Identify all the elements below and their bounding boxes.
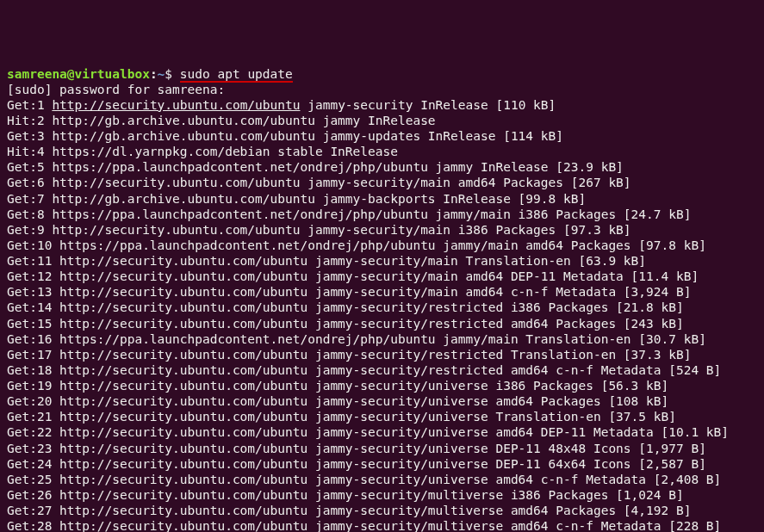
terminal-window[interactable]: samreena@virtualbox:~$ sudo apt update [… bbox=[7, 66, 757, 533]
output-line: Get:1 http://security.ubuntu.com/ubuntu … bbox=[7, 97, 757, 113]
output-line: Get:5 https://ppa.launchpadcontent.net/o… bbox=[7, 159, 757, 175]
output-line: Get:20 http://security.ubuntu.com/ubuntu… bbox=[7, 393, 757, 409]
output-line: Get:7 http://gb.archive.ubuntu.com/ubunt… bbox=[7, 191, 757, 207]
prompt-user-host: samreena@virtualbox bbox=[7, 67, 150, 81]
output-line: Get:15 http://security.ubuntu.com/ubuntu… bbox=[7, 316, 757, 331]
output-line: Get:27 http://security.ubuntu.com/ubuntu… bbox=[7, 503, 757, 518]
output-line: Get:10 https://ppa.launchpadcontent.net/… bbox=[7, 238, 757, 253]
output-line: Get:22 http://security.ubuntu.com/ubuntu… bbox=[7, 424, 757, 440]
output-line: Get:8 https://ppa.launchpadcontent.net/o… bbox=[7, 207, 757, 222]
output-line: Get:3 http://gb.archive.ubuntu.com/ubunt… bbox=[7, 128, 757, 144]
output-line: Get:11 http://security.ubuntu.com/ubuntu… bbox=[7, 253, 757, 269]
output-line: Get:14 http://security.ubuntu.com/ubuntu… bbox=[7, 300, 757, 315]
command-text: sudo apt update bbox=[180, 67, 293, 83]
prompt-line: samreena@virtualbox:~$ sudo apt update bbox=[7, 67, 293, 83]
prompt-colon: : bbox=[150, 67, 158, 81]
output-line: Get:23 http://security.ubuntu.com/ubuntu… bbox=[7, 441, 757, 456]
output-line: [sudo] password for samreena: bbox=[7, 82, 757, 97]
output-line: Get:21 http://security.ubuntu.com/ubuntu… bbox=[7, 409, 757, 424]
output-line: Get:26 http://security.ubuntu.com/ubuntu… bbox=[7, 487, 757, 503]
output-line: Get:12 http://security.ubuntu.com/ubuntu… bbox=[7, 269, 757, 284]
terminal-output: [sudo] password for samreena:Get:1 http:… bbox=[7, 82, 757, 532]
output-line: Get:13 http://security.ubuntu.com/ubuntu… bbox=[7, 284, 757, 300]
prompt-symbol: $ bbox=[165, 67, 179, 81]
output-line: Get:16 https://ppa.launchpadcontent.net/… bbox=[7, 331, 757, 347]
output-line: Get:28 http://security.ubuntu.com/ubuntu… bbox=[7, 518, 757, 532]
output-line: Get:24 http://security.ubuntu.com/ubuntu… bbox=[7, 456, 757, 472]
output-line: Get:18 http://security.ubuntu.com/ubuntu… bbox=[7, 362, 757, 378]
output-line: Hit:4 https://dl.yarnpkg.com/debian stab… bbox=[7, 144, 757, 159]
output-line: Get:25 http://security.ubuntu.com/ubuntu… bbox=[7, 472, 757, 487]
output-line: Get:17 http://security.ubuntu.com/ubuntu… bbox=[7, 347, 757, 362]
output-line: Hit:2 http://gb.archive.ubuntu.com/ubunt… bbox=[7, 113, 757, 128]
underlined-url: http://security.ubuntu.com/ubuntu bbox=[52, 98, 300, 112]
output-line: Get:19 http://security.ubuntu.com/ubuntu… bbox=[7, 378, 757, 393]
output-line: Get:9 http://security.ubuntu.com/ubuntu … bbox=[7, 222, 757, 238]
output-line: Get:6 http://security.ubuntu.com/ubuntu … bbox=[7, 175, 757, 190]
